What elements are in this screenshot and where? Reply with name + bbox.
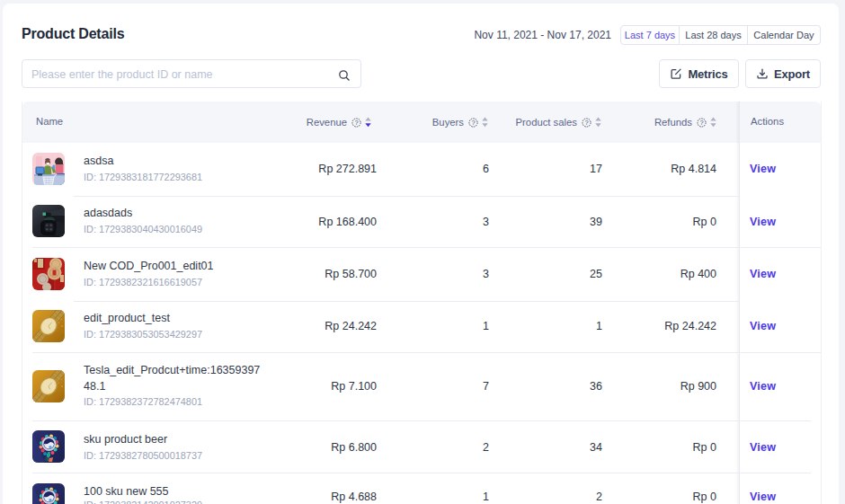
svg-text:?: ? bbox=[584, 119, 588, 127]
svg-text:?: ? bbox=[354, 119, 358, 127]
svg-text:?: ? bbox=[699, 119, 703, 127]
svg-text:?: ? bbox=[471, 119, 475, 127]
